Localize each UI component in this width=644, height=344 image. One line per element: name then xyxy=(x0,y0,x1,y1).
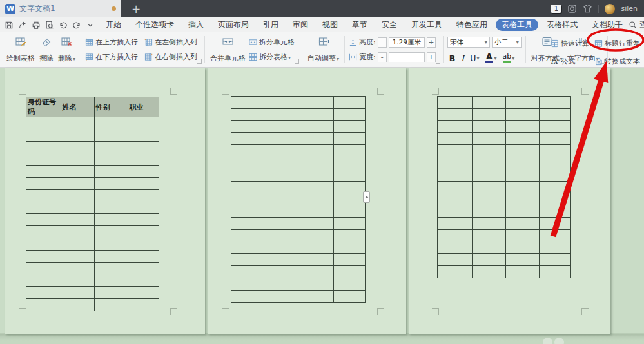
table-cell[interactable] xyxy=(231,266,266,278)
export-pdf-icon[interactable] xyxy=(18,21,27,30)
table-cell[interactable] xyxy=(539,217,570,229)
table-cell[interactable] xyxy=(26,262,61,274)
table-cell[interactable] xyxy=(95,274,128,287)
table-cell[interactable] xyxy=(26,226,61,238)
table-cell[interactable] xyxy=(334,193,366,205)
menu-tab-6[interactable]: 视图 xyxy=(317,19,344,31)
menu-tab-7[interactable]: 章节 xyxy=(346,19,373,31)
table-cell[interactable] xyxy=(128,226,159,238)
table-cell[interactable] xyxy=(506,229,540,242)
table-cell[interactable] xyxy=(472,145,506,157)
table-cell[interactable] xyxy=(334,242,366,254)
table-cell[interactable] xyxy=(506,97,540,109)
table-cell[interactable] xyxy=(26,250,61,262)
member-center-icon[interactable] xyxy=(567,4,577,14)
table-cell[interactable] xyxy=(128,129,159,141)
table-cell[interactable] xyxy=(300,157,334,169)
table-cell[interactable] xyxy=(128,177,159,189)
table-cell[interactable] xyxy=(300,205,334,218)
table-cell[interactable] xyxy=(266,120,300,133)
table-cell[interactable] xyxy=(506,242,540,254)
quick-calc-button[interactable]: 快速计算 xyxy=(551,37,589,50)
formula-button[interactable]: fx 公式 xyxy=(551,55,589,68)
width-decrease-button[interactable]: - xyxy=(378,52,387,62)
table-cell[interactable] xyxy=(26,141,61,153)
table-cell[interactable] xyxy=(539,120,570,133)
table-cell[interactable] xyxy=(95,238,128,250)
table-cell[interactable] xyxy=(539,205,570,218)
table-cell[interactable] xyxy=(231,229,266,242)
table-cell[interactable] xyxy=(438,242,473,254)
table-header-cell[interactable]: 性别 xyxy=(95,97,128,117)
table-cell[interactable] xyxy=(266,229,300,242)
table-cell[interactable] xyxy=(506,181,540,193)
table-cell[interactable] xyxy=(506,217,540,229)
table-cell[interactable] xyxy=(472,242,506,254)
table-cell[interactable] xyxy=(438,133,473,145)
table-cell[interactable] xyxy=(266,254,300,266)
table-cell[interactable] xyxy=(300,133,334,145)
table-cell[interactable] xyxy=(539,181,570,193)
table-cell[interactable] xyxy=(266,108,300,120)
table-cell[interactable] xyxy=(300,193,334,205)
table-cell[interactable] xyxy=(266,181,300,193)
width-increase-button[interactable]: + xyxy=(427,52,436,62)
table-cell[interactable] xyxy=(334,205,366,218)
table-cell[interactable] xyxy=(539,97,570,109)
command-search[interactable]: 查找命令、搜索模板 xyxy=(629,19,644,30)
table-cell[interactable] xyxy=(128,262,159,274)
menu-tab-3[interactable]: 页面布局 xyxy=(212,19,255,31)
table-cell[interactable] xyxy=(128,214,159,226)
message-count-badge[interactable]: 1 xyxy=(551,5,561,13)
table-cell[interactable] xyxy=(300,254,334,266)
table-cell[interactable] xyxy=(300,120,334,133)
table-cell[interactable] xyxy=(539,108,570,120)
table-cell[interactable] xyxy=(95,298,128,311)
table-cell[interactable] xyxy=(26,117,61,129)
table-cell[interactable] xyxy=(231,133,266,145)
erase-button[interactable]: 擦除 xyxy=(38,35,55,64)
table-cell[interactable] xyxy=(438,254,473,266)
table-cell[interactable] xyxy=(334,217,366,229)
table-cell[interactable] xyxy=(61,287,95,299)
table-cell[interactable] xyxy=(95,166,128,178)
insert-col-right-button[interactable]: 在右侧插入列 xyxy=(144,51,197,64)
table-cell[interactable] xyxy=(539,254,570,266)
menu-tab-9[interactable]: 开发工具 xyxy=(405,19,448,31)
table-cell[interactable] xyxy=(128,287,159,299)
table-header-cell[interactable]: 姓名 xyxy=(61,97,95,117)
table-cell[interactable] xyxy=(506,169,540,181)
skin-theme-icon[interactable] xyxy=(583,4,592,14)
table-cell[interactable] xyxy=(61,262,95,274)
table-cell[interactable] xyxy=(231,254,266,266)
table-cell[interactable] xyxy=(334,278,366,290)
font-name-combobox[interactable]: 宋体▾ xyxy=(447,37,490,48)
table-cell[interactable] xyxy=(472,157,506,169)
table-cell[interactable] xyxy=(231,97,266,109)
table-cell[interactable] xyxy=(95,153,128,166)
table-cell[interactable] xyxy=(128,166,159,178)
table-cell[interactable] xyxy=(539,145,570,157)
table-cell[interactable] xyxy=(231,290,266,302)
menu-tab-8[interactable]: 安全 xyxy=(376,19,403,31)
table-cell[interactable] xyxy=(26,129,61,141)
auto-fit-button[interactable]: 自动调整▾ xyxy=(306,35,340,64)
underline-button[interactable]: U▾ xyxy=(470,53,479,63)
table-cell[interactable] xyxy=(438,145,473,157)
split-cells-button[interactable]: 拆分单元格 xyxy=(249,36,295,49)
qat-customize-caret-icon[interactable] xyxy=(86,21,95,30)
table-cell[interactable] xyxy=(231,169,266,181)
table-cell[interactable] xyxy=(231,193,266,205)
table-cell[interactable] xyxy=(506,254,540,266)
table-cell[interactable] xyxy=(231,278,266,290)
table-cell[interactable] xyxy=(438,97,473,109)
table-cell[interactable] xyxy=(61,117,95,129)
table-cell[interactable] xyxy=(472,120,506,133)
table-cell[interactable] xyxy=(334,108,366,120)
table-cell[interactable] xyxy=(334,97,366,109)
width-value-input[interactable] xyxy=(389,52,425,62)
table-cell[interactable] xyxy=(61,214,95,226)
table-cell[interactable] xyxy=(128,274,159,287)
table-cell[interactable] xyxy=(506,108,540,120)
font-color-button[interactable]: A ▾ xyxy=(485,53,496,63)
